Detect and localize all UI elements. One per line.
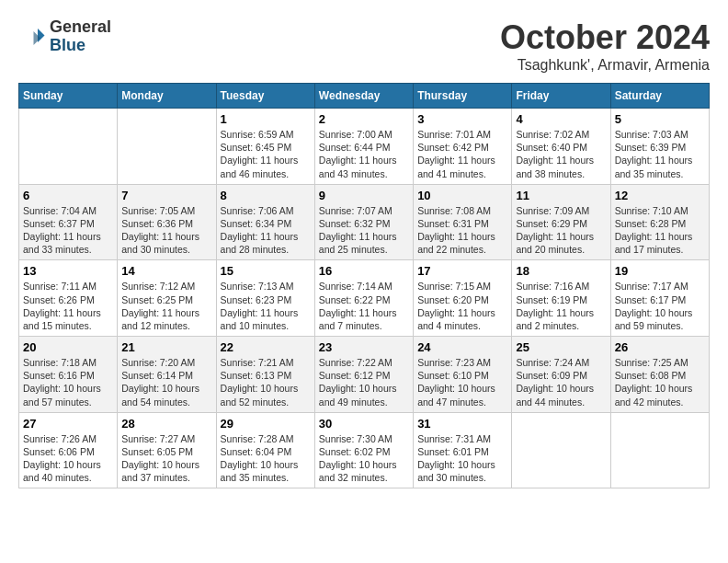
day-number: 4 xyxy=(516,112,606,126)
calendar-week-row: 20Sunrise: 7:18 AM Sunset: 6:16 PM Dayli… xyxy=(19,337,710,413)
calendar-day-cell: 16Sunrise: 7:14 AM Sunset: 6:22 PM Dayli… xyxy=(314,260,413,337)
calendar-day-cell: 26Sunrise: 7:25 AM Sunset: 6:08 PM Dayli… xyxy=(610,337,709,413)
logo-icon xyxy=(18,23,46,51)
calendar-header-day: Tuesday xyxy=(216,84,314,109)
day-number: 23 xyxy=(319,340,409,354)
calendar-day-cell: 11Sunrise: 7:09 AM Sunset: 6:29 PM Dayli… xyxy=(512,184,610,260)
day-info: Sunrise: 7:21 AM Sunset: 6:13 PM Dayligh… xyxy=(221,356,311,408)
calendar-day-cell xyxy=(118,109,216,185)
calendar-day-cell: 13Sunrise: 7:11 AM Sunset: 6:26 PM Dayli… xyxy=(19,260,118,337)
day-number: 5 xyxy=(615,112,705,126)
calendar-day-cell: 10Sunrise: 7:08 AM Sunset: 6:31 PM Dayli… xyxy=(414,184,512,260)
calendar-header-day: Wednesday xyxy=(314,84,413,109)
calendar-week-row: 27Sunrise: 7:26 AM Sunset: 6:06 PM Dayli… xyxy=(19,412,710,488)
day-info: Sunrise: 7:06 AM Sunset: 6:34 PM Dayligh… xyxy=(221,204,311,257)
day-number: 18 xyxy=(516,264,606,278)
calendar-day-cell: 3Sunrise: 7:01 AM Sunset: 6:42 PM Daylig… xyxy=(414,109,512,185)
calendar-day-cell: 6Sunrise: 7:04 AM Sunset: 6:37 PM Daylig… xyxy=(19,184,118,260)
svg-marker-0 xyxy=(38,29,45,42)
day-number: 1 xyxy=(221,112,311,126)
day-info: Sunrise: 7:03 AM Sunset: 6:39 PM Dayligh… xyxy=(615,128,705,180)
calendar-day-cell: 23Sunrise: 7:22 AM Sunset: 6:12 PM Dayli… xyxy=(314,337,413,413)
day-number: 6 xyxy=(23,189,113,202)
day-info: Sunrise: 7:30 AM Sunset: 6:02 PM Dayligh… xyxy=(319,432,409,485)
calendar-week-row: 1Sunrise: 6:59 AM Sunset: 6:45 PM Daylig… xyxy=(19,109,710,185)
day-info: Sunrise: 7:01 AM Sunset: 6:42 PM Dayligh… xyxy=(417,128,507,180)
calendar-day-cell: 27Sunrise: 7:26 AM Sunset: 6:06 PM Dayli… xyxy=(19,412,118,488)
day-number: 15 xyxy=(221,264,311,278)
calendar-header-day: Saturday xyxy=(610,84,709,109)
day-number: 24 xyxy=(417,340,507,354)
day-info: Sunrise: 7:23 AM Sunset: 6:10 PM Dayligh… xyxy=(417,356,507,408)
calendar-day-cell: 17Sunrise: 7:15 AM Sunset: 6:20 PM Dayli… xyxy=(414,260,512,337)
day-info: Sunrise: 7:28 AM Sunset: 6:04 PM Dayligh… xyxy=(221,432,311,485)
day-info: Sunrise: 7:24 AM Sunset: 6:09 PM Dayligh… xyxy=(516,356,606,408)
day-number: 25 xyxy=(516,340,606,354)
day-number: 9 xyxy=(319,189,409,202)
calendar-day-cell: 19Sunrise: 7:17 AM Sunset: 6:17 PM Dayli… xyxy=(610,260,709,337)
logo-line2: Blue xyxy=(50,37,111,55)
day-number: 28 xyxy=(121,417,211,431)
day-number: 29 xyxy=(221,417,311,431)
day-info: Sunrise: 7:11 AM Sunset: 6:26 PM Dayligh… xyxy=(23,280,113,332)
day-info: Sunrise: 7:00 AM Sunset: 6:44 PM Dayligh… xyxy=(319,128,409,180)
day-number: 7 xyxy=(121,189,211,202)
day-number: 22 xyxy=(221,340,311,354)
calendar-header-day: Monday xyxy=(118,84,216,109)
day-info: Sunrise: 7:16 AM Sunset: 6:19 PM Dayligh… xyxy=(516,280,606,332)
day-info: Sunrise: 7:31 AM Sunset: 6:01 PM Dayligh… xyxy=(417,432,507,485)
day-info: Sunrise: 7:18 AM Sunset: 6:16 PM Dayligh… xyxy=(23,356,113,408)
calendar-day-cell: 5Sunrise: 7:03 AM Sunset: 6:39 PM Daylig… xyxy=(610,109,709,185)
day-number: 26 xyxy=(615,340,705,354)
calendar-day-cell: 31Sunrise: 7:31 AM Sunset: 6:01 PM Dayli… xyxy=(414,412,512,488)
calendar-day-cell: 7Sunrise: 7:05 AM Sunset: 6:36 PM Daylig… xyxy=(118,184,216,260)
calendar-day-cell: 15Sunrise: 7:13 AM Sunset: 6:23 PM Dayli… xyxy=(216,260,314,337)
day-number: 21 xyxy=(121,340,211,354)
day-info: Sunrise: 7:14 AM Sunset: 6:22 PM Dayligh… xyxy=(319,280,409,332)
title-area: October 2024 Tsaghkunk', Armavir, Armeni… xyxy=(500,18,710,74)
day-number: 14 xyxy=(121,264,211,278)
calendar-day-cell xyxy=(512,412,610,488)
day-info: Sunrise: 7:17 AM Sunset: 6:17 PM Dayligh… xyxy=(615,280,705,332)
calendar-day-cell: 4Sunrise: 7:02 AM Sunset: 6:40 PM Daylig… xyxy=(512,109,610,185)
day-number: 31 xyxy=(417,417,507,431)
calendar-day-cell: 18Sunrise: 7:16 AM Sunset: 6:19 PM Dayli… xyxy=(512,260,610,337)
day-number: 27 xyxy=(23,417,113,431)
day-number: 17 xyxy=(417,264,507,278)
day-info: Sunrise: 7:02 AM Sunset: 6:40 PM Dayligh… xyxy=(516,128,606,180)
day-number: 2 xyxy=(319,112,409,126)
day-number: 16 xyxy=(319,264,409,278)
day-number: 3 xyxy=(417,112,507,126)
calendar-day-cell: 24Sunrise: 7:23 AM Sunset: 6:10 PM Dayli… xyxy=(414,337,512,413)
calendar-header-day: Thursday xyxy=(414,84,512,109)
calendar-week-row: 6Sunrise: 7:04 AM Sunset: 6:37 PM Daylig… xyxy=(19,184,710,260)
day-info: Sunrise: 7:08 AM Sunset: 6:31 PM Dayligh… xyxy=(417,204,507,257)
day-number: 10 xyxy=(417,189,507,202)
logo-line1: General xyxy=(50,18,111,37)
day-number: 20 xyxy=(23,340,113,354)
calendar-table: SundayMondayTuesdayWednesdayThursdayFrid… xyxy=(18,83,710,488)
day-info: Sunrise: 7:20 AM Sunset: 6:14 PM Dayligh… xyxy=(121,356,211,408)
calendar-day-cell: 8Sunrise: 7:06 AM Sunset: 6:34 PM Daylig… xyxy=(216,184,314,260)
calendar-day-cell xyxy=(19,109,118,185)
day-number: 11 xyxy=(516,189,606,202)
day-info: Sunrise: 7:27 AM Sunset: 6:05 PM Dayligh… xyxy=(121,432,211,485)
day-info: Sunrise: 6:59 AM Sunset: 6:45 PM Dayligh… xyxy=(221,128,311,180)
day-number: 19 xyxy=(615,264,705,278)
day-info: Sunrise: 7:10 AM Sunset: 6:28 PM Dayligh… xyxy=(615,204,705,257)
day-info: Sunrise: 7:05 AM Sunset: 6:36 PM Dayligh… xyxy=(121,204,211,257)
calendar-day-cell: 25Sunrise: 7:24 AM Sunset: 6:09 PM Dayli… xyxy=(512,337,610,413)
calendar-day-cell: 21Sunrise: 7:20 AM Sunset: 6:14 PM Dayli… xyxy=(118,337,216,413)
day-info: Sunrise: 7:26 AM Sunset: 6:06 PM Dayligh… xyxy=(23,432,113,485)
location-title: Tsaghkunk', Armavir, Armenia xyxy=(500,57,710,74)
day-info: Sunrise: 7:09 AM Sunset: 6:29 PM Dayligh… xyxy=(516,204,606,257)
logo: General Blue xyxy=(18,18,111,55)
day-info: Sunrise: 7:12 AM Sunset: 6:25 PM Dayligh… xyxy=(121,280,211,332)
calendar-day-cell: 22Sunrise: 7:21 AM Sunset: 6:13 PM Dayli… xyxy=(216,337,314,413)
day-info: Sunrise: 7:04 AM Sunset: 6:37 PM Dayligh… xyxy=(23,204,113,257)
day-info: Sunrise: 7:22 AM Sunset: 6:12 PM Dayligh… xyxy=(319,356,409,408)
calendar-day-cell: 2Sunrise: 7:00 AM Sunset: 6:44 PM Daylig… xyxy=(314,109,413,185)
day-number: 30 xyxy=(319,417,409,431)
calendar-day-cell: 29Sunrise: 7:28 AM Sunset: 6:04 PM Dayli… xyxy=(216,412,314,488)
calendar-header-day: Friday xyxy=(512,84,610,109)
